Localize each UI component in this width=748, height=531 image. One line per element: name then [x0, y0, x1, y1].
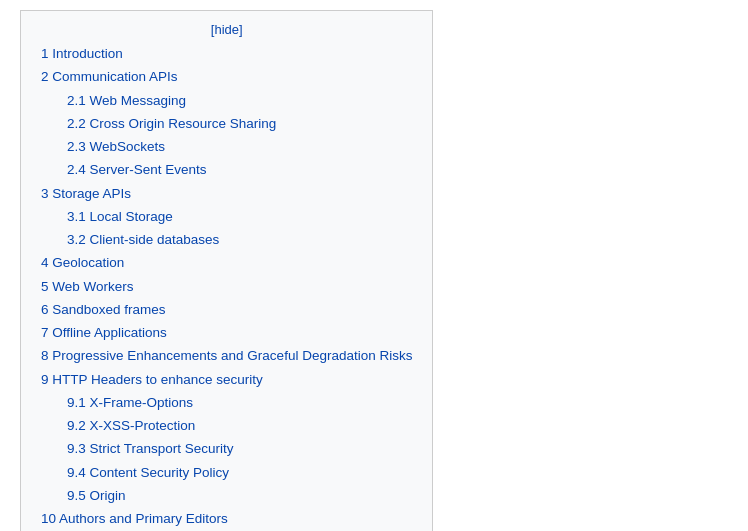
toc-item: 9.3 Strict Transport Security — [41, 438, 412, 459]
toc-item: 9 HTTP Headers to enhance security — [41, 369, 412, 390]
toc-link-3.1[interactable]: 3.1 Local Storage — [67, 209, 173, 224]
toc-item: 6 Sandboxed frames — [41, 299, 412, 320]
toc-item: 3 Storage APIs — [41, 183, 412, 204]
toc-item: 2 Communication APIs — [41, 66, 412, 87]
hide-link[interactable]: [hide] — [211, 22, 243, 37]
toc-link-3[interactable]: 3 Storage APIs — [41, 186, 131, 201]
toc-link-2.4[interactable]: 2.4 Server-Sent Events — [67, 162, 207, 177]
toc-item: 2.1 Web Messaging — [41, 90, 412, 111]
toc-list: 1 Introduction2 Communication APIs2.1 We… — [41, 43, 412, 531]
toc-item: 10 Authors and Primary Editors — [41, 508, 412, 529]
toc-item: 2.2 Cross Origin Resource Sharing — [41, 113, 412, 134]
toc-link-5[interactable]: 5 Web Workers — [41, 279, 134, 294]
toc-hide-row: [hide] — [41, 21, 412, 37]
toc-link-9.4[interactable]: 9.4 Content Security Policy — [67, 465, 229, 480]
toc-item: 9.2 X-XSS-Protection — [41, 415, 412, 436]
toc-link-7[interactable]: 7 Offline Applications — [41, 325, 167, 340]
toc-item: 8 Progressive Enhancements and Graceful … — [41, 345, 412, 366]
toc-link-3.2[interactable]: 3.2 Client-side databases — [67, 232, 219, 247]
toc-link-9.1[interactable]: 9.1 X-Frame-Options — [67, 395, 193, 410]
toc-item: 9.5 Origin — [41, 485, 412, 506]
toc-item: 9.4 Content Security Policy — [41, 462, 412, 483]
toc-link-2.2[interactable]: 2.2 Cross Origin Resource Sharing — [67, 116, 276, 131]
page-container: [hide] 1 Introduction2 Communication API… — [0, 0, 748, 531]
toc-item: 3.1 Local Storage — [41, 206, 412, 227]
toc-link-2[interactable]: 2 Communication APIs — [41, 69, 178, 84]
toc-item: 2.4 Server-Sent Events — [41, 159, 412, 180]
toc-link-8[interactable]: 8 Progressive Enhancements and Graceful … — [41, 348, 412, 363]
toc-link-6[interactable]: 6 Sandboxed frames — [41, 302, 166, 317]
toc-link-10[interactable]: 10 Authors and Primary Editors — [41, 511, 228, 526]
toc-link-9.2[interactable]: 9.2 X-XSS-Protection — [67, 418, 195, 433]
toc-item: 4 Geolocation — [41, 252, 412, 273]
toc-item: 3.2 Client-side databases — [41, 229, 412, 250]
toc-link-4[interactable]: 4 Geolocation — [41, 255, 124, 270]
toc-item: 1 Introduction — [41, 43, 412, 64]
toc-link-9[interactable]: 9 HTTP Headers to enhance security — [41, 372, 263, 387]
toc-link-9.3[interactable]: 9.3 Strict Transport Security — [67, 441, 234, 456]
toc-item: 2.3 WebSockets — [41, 136, 412, 157]
toc-item: 7 Offline Applications — [41, 322, 412, 343]
toc-item: 5 Web Workers — [41, 276, 412, 297]
toc-item: 9.1 X-Frame-Options — [41, 392, 412, 413]
table-of-contents: [hide] 1 Introduction2 Communication API… — [20, 10, 433, 531]
toc-link-2.3[interactable]: 2.3 WebSockets — [67, 139, 165, 154]
toc-link-1[interactable]: 1 Introduction — [41, 46, 123, 61]
toc-link-2.1[interactable]: 2.1 Web Messaging — [67, 93, 186, 108]
toc-link-9.5[interactable]: 9.5 Origin — [67, 488, 126, 503]
